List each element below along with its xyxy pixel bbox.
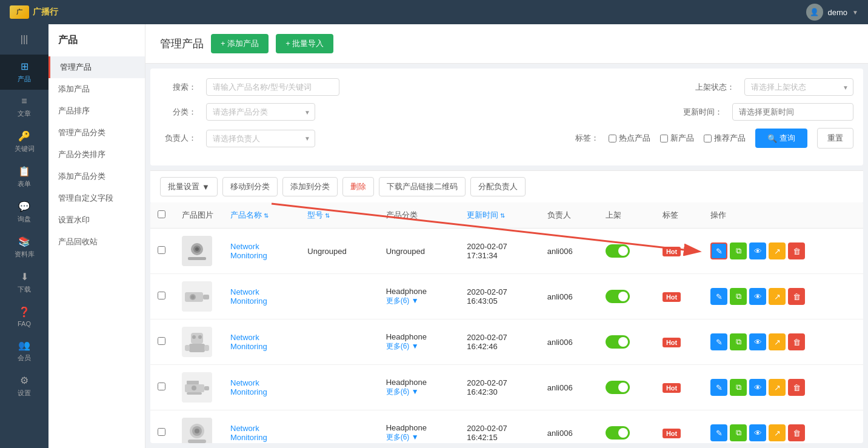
submenu-item-custom-fields[interactable]: 管理自定义字段 <box>48 187 145 209</box>
sidebar-item-products[interactable]: ⊞ 产品 <box>0 55 48 90</box>
submenu-item-recycle[interactable]: 产品回收站 <box>48 231 145 253</box>
row5-copy-button[interactable]: ⧉ <box>730 424 747 441</box>
row4-delete-button[interactable]: 🗑 <box>788 379 805 396</box>
row2-tag-hot: Hot <box>663 292 681 302</box>
category-select[interactable]: 请选择产品分类 <box>206 103 315 121</box>
submenu-item-sort[interactable]: 产品排序 <box>48 100 145 122</box>
row4-checkbox[interactable] <box>158 383 165 390</box>
status-select[interactable]: 请选择上架状态 <box>744 78 853 96</box>
row1-edit-button[interactable]: ✎ <box>710 242 727 259</box>
row2-view-button[interactable]: 👁 <box>749 288 766 305</box>
row3-share-button[interactable]: ↗ <box>769 333 786 350</box>
row1-checkbox[interactable] <box>158 246 165 254</box>
row2-image-cell <box>175 274 223 319</box>
delete-button[interactable]: 删除 <box>342 177 374 196</box>
tag-hot-checkbox[interactable] <box>609 135 616 142</box>
row3-shelf-toggle[interactable] <box>606 335 630 349</box>
row3-action-cell: ✎ ⧉ 👁 ↗ 🗑 <box>703 319 863 365</box>
submenu-item-manage-cat[interactable]: 管理产品分类 <box>48 122 145 144</box>
sidebar-item-settings[interactable]: ⚙ 设置 <box>0 369 48 404</box>
sidebar-item-download[interactable]: ⬇ 下载 <box>0 265 48 300</box>
row5-view-button[interactable]: 👁 <box>749 424 766 441</box>
row3-copy-button[interactable]: ⧉ <box>730 333 747 350</box>
add-product-button[interactable]: + 添加产品 <box>211 34 269 53</box>
row4-shelf-toggle[interactable] <box>606 381 630 394</box>
row5-delete-button[interactable]: 🗑 <box>788 424 805 441</box>
row4-share-button[interactable]: ↗ <box>769 379 786 396</box>
sidebar-item-keywords[interactable]: 🔑 关键词 <box>0 124 48 159</box>
row2-product-name[interactable]: NetworkMonitoring <box>230 287 267 306</box>
row3-more-link[interactable]: 更多(6) ▼ <box>386 341 453 352</box>
row5-update-time-cell: 2020-02-0716:42:15 <box>459 410 539 444</box>
row2-edit-button[interactable]: ✎ <box>710 288 727 305</box>
row4-more-link[interactable]: 更多(6) ▼ <box>386 387 453 397</box>
user-menu[interactable]: 👤 demo ▼ <box>806 4 858 21</box>
row4-product-name[interactable]: NetworkMonitoring <box>230 378 267 396</box>
row4-edit-button[interactable]: ✎ <box>710 379 727 396</box>
row1-delete-button[interactable]: 🗑 <box>788 242 805 259</box>
owner-select[interactable]: 请选择负责人 <box>206 130 315 147</box>
row5-more-link[interactable]: 更多(6) ▼ <box>386 432 453 443</box>
row2-shelf-toggle[interactable] <box>606 290 630 303</box>
sidebar-item-articles[interactable]: ≡ 文章 <box>0 90 48 124</box>
tag-hot[interactable]: 热点产品 <box>609 133 650 144</box>
batch-import-button[interactable]: + 批量导入 <box>276 34 333 53</box>
row2-delete-button[interactable]: 🗑 <box>788 288 805 305</box>
tag-new-checkbox[interactable] <box>660 135 668 142</box>
row1-share-button[interactable]: ↗ <box>769 242 786 259</box>
move-to-category-button[interactable]: 移动到分类 <box>222 177 278 196</box>
reset-button[interactable]: 重置 <box>817 128 853 149</box>
row5-edit-button[interactable]: ✎ <box>710 424 727 441</box>
sidebar-inquiry-label: 询盘 <box>18 215 31 224</box>
download-qr-button[interactable]: 下载产品链接二维码 <box>379 177 466 196</box>
submenu-item-add-cat[interactable]: 添加产品分类 <box>48 165 145 187</box>
row2-checkbox[interactable] <box>158 292 165 299</box>
select-all-checkbox[interactable] <box>158 210 165 218</box>
row5-product-name[interactable]: NetworkMonitoring <box>230 424 267 442</box>
row2-copy-button[interactable]: ⧉ <box>730 288 747 305</box>
row5-checkbox[interactable] <box>158 428 165 436</box>
row2-shelf-cell <box>598 274 655 319</box>
row3-delete-button[interactable]: 🗑 <box>788 333 805 350</box>
row1-model-cell: Ungrouped <box>300 229 378 274</box>
update-time-sort-icon[interactable]: ⇅ <box>500 212 505 219</box>
sidebar-item-forms[interactable]: 📋 表单 <box>0 159 48 195</box>
update-time-input[interactable] <box>732 103 853 121</box>
row4-copy-button[interactable]: ⧉ <box>730 379 747 396</box>
query-button[interactable]: 🔍 查询 <box>755 129 807 148</box>
tag-recommend[interactable]: 推荐产品 <box>704 133 746 144</box>
sidebar-item-inquiry[interactable]: 💬 询盘 <box>0 195 48 230</box>
row1-checkbox-cell <box>150 229 175 274</box>
row1-copy-button[interactable]: ⧉ <box>730 242 747 259</box>
name-sort-icon[interactable]: ⇅ <box>264 212 269 219</box>
search-input[interactable] <box>206 78 339 96</box>
submenu-item-watermark[interactable]: 设置水印 <box>48 209 145 231</box>
row3-product-name[interactable]: NetworkMonitoring <box>230 333 267 351</box>
submenu-item-manage[interactable]: 管理产品 <box>48 56 145 78</box>
row2-share-button[interactable]: ↗ <box>769 288 786 305</box>
batch-settings-button[interactable]: 批量设置 ▼ <box>160 177 218 196</box>
sidebar-item-faq[interactable]: ❓ FAQ <box>0 300 48 333</box>
row1-view-button[interactable]: 👁 <box>749 242 766 259</box>
row5-shelf-toggle[interactable] <box>606 426 630 440</box>
sidebar-item-library[interactable]: 📚 资料库 <box>0 230 48 265</box>
row2-more-link[interactable]: 更多(6) ▼ <box>386 296 453 306</box>
row3-edit-button[interactable]: ✎ <box>710 333 727 350</box>
row3-checkbox[interactable] <box>158 337 165 345</box>
submenu-item-cat-sort[interactable]: 产品分类排序 <box>48 144 145 165</box>
assign-owner-button[interactable]: 分配负责人 <box>470 177 526 196</box>
submenu-item-add[interactable]: 添加产品 <box>48 78 145 100</box>
add-to-category-button[interactable]: 添加到分类 <box>282 177 338 196</box>
row3-checkbox-cell <box>150 319 175 365</box>
model-sort-icon[interactable]: ⇅ <box>325 212 330 219</box>
row1-shelf-toggle[interactable] <box>606 244 630 258</box>
th-action: 操作 <box>703 202 863 229</box>
tag-recommend-checkbox[interactable] <box>704 135 712 142</box>
sidebar-collapse-button[interactable]: ||| <box>16 29 33 50</box>
row3-view-button[interactable]: 👁 <box>749 333 766 350</box>
row1-product-name[interactable]: NetworkMonitoring <box>230 242 267 260</box>
row5-share-button[interactable]: ↗ <box>769 424 786 441</box>
row4-view-button[interactable]: 👁 <box>749 379 766 396</box>
tag-new[interactable]: 新产品 <box>660 133 694 144</box>
sidebar-item-members[interactable]: 👥 会员 <box>0 333 48 369</box>
